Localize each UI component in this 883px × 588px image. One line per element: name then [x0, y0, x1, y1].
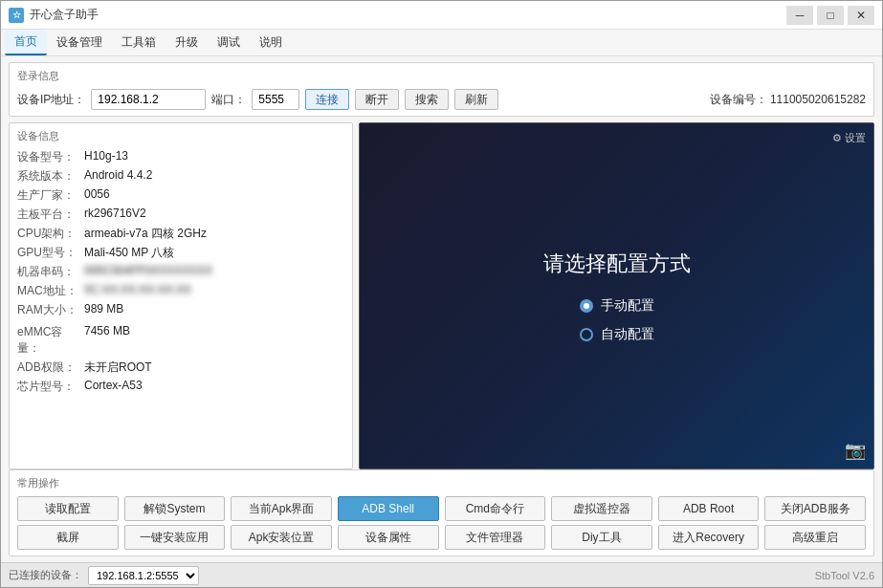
device-info-row: 系统版本：Android 4.4.2	[17, 168, 344, 185]
op-btn-ADB Shell[interactable]: ADB Shell	[338, 496, 439, 521]
device-info-row: 机器串码：005C004FF0XXXXXXXX	[17, 264, 344, 280]
port-label: 端口：	[211, 92, 246, 108]
menu-item-工具箱[interactable]: 工具箱	[112, 31, 166, 54]
option-auto[interactable]: 自动配置	[580, 326, 654, 343]
radio-auto[interactable]	[580, 328, 593, 341]
device-info-value: 005C004FF0XXXXXXXX	[84, 264, 212, 280]
device-info-row: 主板平台：rk296716V2	[17, 207, 344, 223]
op-btn-虚拟遥控器[interactable]: 虚拟遥控器	[551, 496, 652, 521]
minimize-button[interactable]: ─	[786, 6, 813, 25]
gear-icon: ⚙	[832, 132, 842, 144]
serial-value: 111005020615282	[770, 93, 866, 106]
preview-corner-icon: 📷	[845, 440, 866, 461]
device-info-label: MAC地址：	[17, 283, 84, 299]
ops-grid: 读取配置解锁System当前Apk界面ADB ShellCmd命令行虚拟遥控器A…	[17, 496, 866, 550]
window-title: 开心盒子助手	[30, 7, 786, 23]
device-info-value: 989 MB	[84, 302, 123, 318]
device-select[interactable]: 192.168.1.2:5555	[88, 566, 199, 585]
op-btn-设备属性[interactable]: 设备属性	[338, 525, 439, 550]
content-area: 登录信息 设备IP地址： 端口： 连接 断开 搜索 刷新 设备编号： 11100…	[1, 56, 882, 562]
op-btn-高级重启[interactable]: 高级重启	[764, 525, 866, 550]
device-info-row: 设备型号：H10g-13	[17, 149, 344, 165]
ops-title: 常用操作	[17, 476, 866, 490]
close-button[interactable]: ✕	[848, 6, 874, 25]
device-info-label: 主板平台：	[17, 207, 84, 223]
device-info-label: 系统版本：	[17, 168, 84, 185]
device-info-value: rk296716V2	[84, 207, 146, 223]
op-btn-ADB Root[interactable]: ADB Root	[658, 496, 760, 521]
preview-title: 请选择配置方式	[543, 250, 691, 278]
operations-section: 常用操作 读取配置解锁System当前Apk界面ADB ShellCmd命令行虚…	[9, 469, 874, 556]
status-bar: 已连接的设备： 192.168.1.2:5555 StbTool V2.6	[1, 562, 882, 587]
settings-button[interactable]: ⚙ 设置	[832, 131, 866, 145]
device-info-row: RAM大小：989 MB	[17, 302, 344, 318]
op-btn-关闭ADB服务[interactable]: 关闭ADB服务	[764, 496, 866, 521]
op-btn-一键安装应用[interactable]: 一键安装应用	[124, 525, 226, 550]
preview-options: 手动配置 自动配置	[580, 297, 654, 343]
op-btn-截屏[interactable]: 截屏	[17, 525, 119, 550]
ops-row-1: 读取配置解锁System当前Apk界面ADB ShellCmd命令行虚拟遥控器A…	[17, 496, 866, 521]
login-section: 登录信息 设备IP地址： 端口： 连接 断开 搜索 刷新 设备编号： 11100…	[9, 62, 874, 117]
preview-area: ⚙ 设置 请选择配置方式 手动配置 自动配置 📷	[359, 122, 874, 469]
device-info-row: 生产厂家：0056	[17, 187, 344, 204]
op-btn-读取配置[interactable]: 读取配置	[17, 496, 119, 521]
device-info-value: 5C:XX:XX:XX:XX:XX	[84, 283, 191, 299]
device-info-label: GPU型号：	[17, 245, 84, 261]
ip-label: 设备IP地址：	[17, 92, 85, 108]
menu-item-升级[interactable]: 升级	[166, 31, 208, 54]
menu-item-说明[interactable]: 说明	[250, 31, 292, 54]
refresh-button[interactable]: 刷新	[454, 89, 498, 110]
title-bar: ☆ 开心盒子助手 ─ □ ✕	[1, 1, 882, 30]
device-info-label: 设备型号：	[17, 149, 84, 165]
device-info-label: RAM大小：	[17, 302, 84, 318]
device-info-label: eMMC容量：	[17, 324, 84, 357]
window-controls: ─ □ ✕	[786, 6, 874, 25]
option-manual[interactable]: 手动配置	[580, 297, 654, 315]
search-button[interactable]: 搜索	[405, 89, 449, 110]
op-btn-Diy工具[interactable]: Diy工具	[551, 525, 652, 550]
device-info-row: ADB权限：未开启ROOT	[17, 359, 344, 376]
maximize-button[interactable]: □	[817, 6, 844, 25]
preview-bg: ⚙ 设置 请选择配置方式 手动配置 自动配置 📷	[360, 123, 873, 468]
radio-manual[interactable]	[580, 299, 593, 313]
device-info-row: CPU架构：armeabi-v7a 四核 2GHz	[17, 226, 344, 242]
ip-input[interactable]	[91, 89, 206, 110]
device-info-label: 生产厂家：	[17, 187, 84, 204]
op-btn-Apk安装位置[interactable]: Apk安装位置	[231, 525, 332, 550]
ops-row-2: 截屏一键安装应用Apk安装位置设备属性文件管理器Diy工具进入Recovery高…	[17, 525, 866, 550]
serial-label: 设备编号：	[710, 93, 767, 106]
device-info-value: 7456 MB	[84, 324, 130, 357]
device-info-label: CPU架构：	[17, 226, 84, 242]
port-input[interactable]	[252, 89, 299, 110]
device-info-label: 芯片型号：	[17, 379, 84, 395]
settings-label: 设置	[845, 131, 866, 145]
option-manual-label: 手动配置	[601, 297, 654, 315]
version-label: StbTool V2.6	[815, 570, 874, 581]
device-info-value: 0056	[84, 187, 110, 204]
main-window: ☆ 开心盒子助手 ─ □ ✕ 首页设备管理工具箱升级调试说明 登录信息 设备IP…	[0, 0, 883, 588]
connect-button[interactable]: 连接	[305, 89, 349, 110]
op-btn-进入Recovery[interactable]: 进入Recovery	[658, 525, 760, 550]
menu-item-调试[interactable]: 调试	[208, 31, 250, 54]
op-btn-Cmd命令行[interactable]: Cmd命令行	[445, 496, 546, 521]
op-btn-当前Apk界面[interactable]: 当前Apk界面	[231, 496, 332, 521]
op-btn-文件管理器[interactable]: 文件管理器	[445, 525, 546, 550]
app-icon: ☆	[9, 8, 24, 23]
menu-item-首页[interactable]: 首页	[5, 30, 47, 55]
op-btn-解锁System[interactable]: 解锁System	[124, 496, 226, 521]
menu-bar: 首页设备管理工具箱升级调试说明	[1, 30, 882, 56]
login-section-title: 登录信息	[17, 69, 866, 83]
main-area: 设备信息 设备型号：H10g-13系统版本：Android 4.4.2生产厂家：…	[9, 122, 874, 469]
device-label: 已连接的设备：	[9, 568, 82, 582]
device-info-value: Mali-450 MP 八核	[84, 245, 174, 261]
device-info-value: armeabi-v7a 四核 2GHz	[84, 226, 207, 242]
login-row: 设备IP地址： 端口： 连接 断开 搜索 刷新 设备编号： 1110050206…	[17, 89, 866, 110]
device-info-row: GPU型号：Mali-450 MP 八核	[17, 245, 344, 261]
device-info-value: Cortex-A53	[84, 379, 143, 395]
device-info-title: 设备信息	[17, 129, 344, 143]
status-device: 已连接的设备： 192.168.1.2:5555	[9, 566, 199, 585]
serial-area: 设备编号： 111005020615282	[710, 92, 866, 108]
device-info-value: H10g-13	[84, 149, 128, 165]
menu-item-设备管理[interactable]: 设备管理	[47, 31, 112, 54]
disconnect-button[interactable]: 断开	[355, 89, 399, 110]
